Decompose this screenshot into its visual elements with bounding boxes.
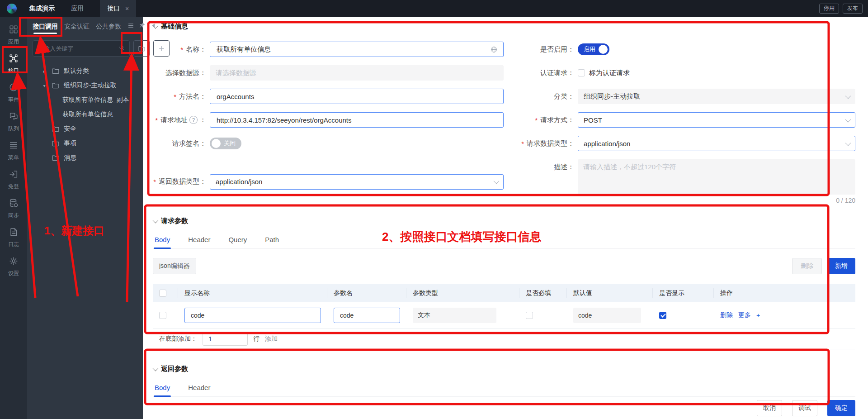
tab-header[interactable]: Header: [187, 232, 211, 248]
section-request-header[interactable]: 请求参数: [153, 217, 855, 225]
left-rail: 应用 接口 事件 队列 菜单 免登 同步 日志: [0, 17, 27, 419]
enable-toggle[interactable]: 启用: [578, 43, 609, 55]
req-type-select[interactable]: application/json: [578, 136, 855, 151]
rail-item-apps[interactable]: 应用: [0, 20, 27, 49]
chevron-down-icon: [845, 93, 851, 99]
rail-item-logs[interactable]: 日志: [0, 223, 27, 252]
section-basic-info: 基础信息 *名称： 是否启用： 启用 选择数据源：: [153, 22, 855, 204]
confirm-button[interactable]: 确定: [827, 400, 855, 416]
pin-icon[interactable]: [139, 22, 146, 30]
method-field[interactable]: [210, 89, 504, 104]
resp-type-select[interactable]: application/json: [210, 174, 504, 190]
nav-item-apps[interactable]: 应用: [71, 5, 84, 13]
help-icon[interactable]: ?: [189, 116, 198, 124]
row-actions: 删除 更多 +: [714, 311, 855, 319]
row-count-field[interactable]: [203, 332, 248, 346]
login-arrow-icon: [9, 169, 19, 181]
search-icon: [118, 44, 125, 53]
globe-icon[interactable]: [490, 46, 498, 53]
param-name-field[interactable]: [334, 308, 400, 323]
rail-item-events[interactable]: 事件: [0, 78, 27, 107]
tree-item-folder[interactable]: ▸ 默认分类: [27, 64, 143, 78]
tab-path[interactable]: Path: [264, 232, 280, 248]
folder-button[interactable]: [133, 40, 150, 57]
tab-body[interactable]: Body: [154, 232, 171, 248]
name-field[interactable]: [210, 42, 504, 57]
collapse-panel-icon[interactable]: [150, 22, 157, 30]
display-name-field[interactable]: [184, 308, 321, 323]
json-editor-button[interactable]: json编辑器: [153, 258, 196, 274]
tree-item-label: 组织同步-主动拉取: [64, 81, 117, 90]
debug-button[interactable]: 调试: [792, 400, 817, 416]
row-add-link[interactable]: +: [756, 312, 760, 319]
tree-list: ▸ 默认分类 ▾ 组织同步-主动拉取 获取所有单位信息_副本 获取所有单位信息 …: [27, 58, 143, 171]
tree-item-label: 事项: [64, 139, 76, 148]
add-button[interactable]: [153, 40, 170, 57]
rail-item-api[interactable]: 接口: [0, 49, 27, 78]
tab-common-params[interactable]: 公共参数: [96, 17, 121, 36]
visible-checkbox[interactable]: [659, 312, 666, 319]
tab-return-header[interactable]: Header: [187, 380, 211, 396]
section-return-header[interactable]: 返回参数: [153, 365, 855, 373]
method-input[interactable]: [216, 92, 498, 101]
url-input[interactable]: [216, 116, 498, 124]
tree-item-folder[interactable]: 安全: [27, 122, 143, 136]
tree-item-folder[interactable]: ▾ 组织同步-主动拉取: [27, 78, 143, 93]
rail-item-menu[interactable]: 菜单: [0, 136, 27, 165]
tree-item-api[interactable]: 获取所有单位信息: [27, 107, 143, 122]
tree-tabs: 接口调用 安全认证 公共参数: [27, 17, 143, 36]
req-type-label: *请求数据类型：: [507, 139, 574, 148]
tree-item-api[interactable]: 获取所有单位信息_副本: [27, 93, 143, 107]
delete-button[interactable]: 删除: [792, 258, 822, 274]
topbar-actions: 停用 发布: [819, 4, 863, 14]
add-rows-link[interactable]: 添加: [265, 335, 278, 343]
row-delete-link[interactable]: 删除: [720, 311, 733, 319]
http-method-select[interactable]: POST: [578, 112, 855, 128]
name-input[interactable]: [216, 45, 486, 54]
disable-button[interactable]: 停用: [819, 4, 839, 14]
search-box[interactable]: [33, 40, 130, 57]
rail-item-queue[interactable]: 队列: [0, 107, 27, 136]
add-param-button[interactable]: 新增: [827, 258, 855, 274]
tab-api[interactable]: 接口 ×: [100, 0, 136, 17]
search-input[interactable]: [37, 45, 118, 52]
display-name-input[interactable]: [190, 311, 316, 319]
section-basic-header[interactable]: 基础信息: [153, 22, 855, 31]
list-icon[interactable]: [127, 22, 134, 30]
row-more-link[interactable]: 更多: [738, 311, 751, 319]
rail-item-sync[interactable]: 同步: [0, 194, 27, 223]
sign-toggle[interactable]: 关闭: [210, 138, 241, 149]
close-icon[interactable]: ×: [125, 5, 129, 12]
category-select[interactable]: 组织同步-主动拉取: [578, 89, 855, 104]
nav-item-integration-demo[interactable]: 集成演示: [29, 5, 55, 13]
tab-query[interactable]: Query: [227, 232, 248, 248]
param-type-select[interactable]: 文本: [413, 308, 496, 323]
row-count-input[interactable]: [208, 335, 243, 343]
auth-checkbox[interactable]: [578, 69, 585, 76]
row-checkbox[interactable]: [159, 312, 166, 319]
default-value-field[interactable]: code: [573, 308, 641, 323]
auth-checkbox-label: 标为认证请求: [589, 69, 630, 77]
tree-item-folder[interactable]: 事项: [27, 136, 143, 151]
select-all-checkbox[interactable]: [159, 290, 166, 297]
caret-right-icon[interactable]: ▸: [41, 69, 48, 74]
tab-security-auth[interactable]: 安全认证: [64, 17, 90, 36]
tab-api-call[interactable]: 接口调用: [33, 17, 58, 36]
description-textarea[interactable]: [578, 159, 855, 195]
publish-button[interactable]: 发布: [843, 4, 863, 14]
desc-label: 描述：: [507, 159, 574, 171]
tree-item-folder[interactable]: 消息: [27, 151, 143, 165]
folder-icon: [52, 81, 60, 90]
param-name-input[interactable]: [339, 311, 395, 319]
chevron-down-icon: [494, 178, 500, 184]
caret-down-icon[interactable]: ▾: [41, 83, 48, 88]
tree-item-label: 消息: [64, 154, 76, 162]
rail-item-settings[interactable]: 设置: [0, 252, 27, 281]
rail-item-sso[interactable]: 免登: [0, 165, 27, 194]
datasource-field[interactable]: 请选择数据源: [210, 65, 504, 81]
cancel-button[interactable]: 取消: [757, 400, 782, 416]
url-field[interactable]: [210, 112, 504, 128]
required-checkbox[interactable]: [526, 312, 533, 319]
section-title: 请求参数: [161, 217, 188, 225]
tab-return-body[interactable]: Body: [154, 380, 171, 396]
